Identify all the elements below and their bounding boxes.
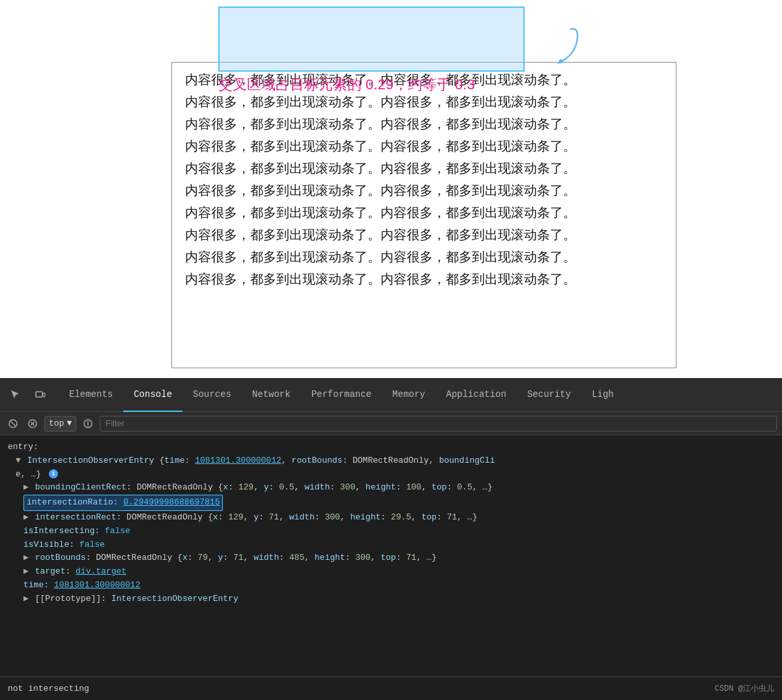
intersection-ratio-highlighted: intersectionRatio: 0.29499998688697815 (23, 495, 223, 511)
inspect-element-icon[interactable] (5, 385, 26, 405)
expand-icon[interactable]: ▶ (23, 482, 29, 492)
scrollable-content[interactable]: 内容很多，都多到出现滚动条了。内容很多，都多到出现滚动条了。 内容很多，都多到出… (172, 63, 676, 368)
dropdown-arrow-icon: ▼ (66, 418, 72, 428)
is-visible-line: isVisible: false (8, 538, 774, 552)
info-icon[interactable]: i (49, 469, 58, 478)
tab-lighthouse[interactable]: Ligh (581, 378, 624, 412)
scroll-line: 内容很多，都多到出现滚动条了。内容很多，都多到出现滚动条了。 (185, 224, 663, 245)
csdn-watermark: CSDN @江小虫儿 (715, 683, 774, 694)
main-content-box[interactable]: 内容很多，都多到出现滚动条了。内容很多，都多到出现滚动条了。 内容很多，都多到出… (171, 62, 676, 368)
clear-console-icon[interactable] (5, 416, 21, 431)
entry-label: entry: (8, 441, 774, 454)
arrow-annotation (531, 20, 583, 74)
not-intersecting-text: not intersecting (8, 684, 89, 693)
blue-floating-box (218, 7, 525, 72)
tab-memory[interactable]: Memory (382, 378, 435, 412)
intersection-rect-line: ▶ intersectionRect: DOMRectReadOnly {x: … (8, 511, 774, 525)
expand-icon[interactable]: ▶ (23, 566, 29, 576)
scroll-line: 内容很多，都多到出现滚动条了。内容很多，都多到出现滚动条了。 (185, 158, 663, 179)
scroll-line: 内容很多，都多到出现滚动条了。内容很多，都多到出现滚动条了。 (185, 113, 663, 134)
pink-label: 交叉区域占目标元素的 0.29，约等于 0.3 (218, 75, 475, 95)
intersection-observer-entry-line1: ▼ IntersectionObserverEntry {time: 10813… (8, 454, 774, 468)
browser-content: 交叉区域占目标元素的 0.29，约等于 0.3 内容很多，都多到出现滚动条了。内… (0, 0, 782, 378)
svg-line-3 (10, 421, 16, 426)
scroll-line: 内容很多，都多到出现滚动条了。内容很多，都多到出现滚动条了。 (185, 180, 663, 201)
console-filter-input[interactable] (100, 416, 777, 431)
device-toolbar-icon[interactable] (30, 385, 51, 405)
tab-elements[interactable]: Elements (59, 378, 123, 412)
scroll-line: 内容很多，都多到出现滚动条了。内容很多，都多到出现滚动条了。 (185, 246, 663, 267)
console-toolbar: top ▼ (0, 412, 782, 435)
scroll-line: 内容很多，都多到出现滚动条了。内容很多，都多到出现滚动条了。 (185, 202, 663, 223)
target-line: ▶ target: div.target (8, 565, 774, 579)
root-bounds-line: ▶ rootBounds: DOMRectReadOnly {x: 79, y:… (8, 551, 774, 565)
prototype-line: ▶ [[Prototype]]: IntersectionObserverEnt… (8, 592, 774, 606)
expand-icon[interactable]: ▶ (23, 512, 29, 522)
devtools-tab-bar: Elements Console Sources Network Perform… (0, 378, 782, 412)
console-output[interactable]: entry: ▼ IntersectionObserverEntry {time… (0, 435, 782, 677)
svg-rect-0 (36, 392, 42, 397)
expand-icon[interactable]: ▼ (16, 456, 21, 465)
is-intersecting-line: isIntersecting: false (8, 525, 774, 538)
expand-icon[interactable]: ▶ (23, 553, 29, 562)
scroll-line: 内容很多，都多到出现滚动条了。内容很多，都多到出现滚动条了。 (185, 136, 663, 156)
svg-rect-1 (43, 393, 45, 397)
tab-performance[interactable]: Performance (301, 378, 382, 412)
devtools-panel: Elements Console Sources Network Perform… (0, 378, 782, 700)
stop-icon[interactable] (25, 416, 40, 431)
intersection-ratio-line: intersectionRatio: 0.29499998688697815 (8, 495, 774, 511)
expand-icon[interactable]: ▶ (23, 594, 29, 604)
tab-console[interactable]: Console (123, 378, 182, 412)
time-line: time: 1081301.300000012 (8, 579, 774, 592)
context-selector[interactable]: top ▼ (44, 416, 76, 431)
tab-security[interactable]: Security (517, 378, 581, 412)
show-console-sidebar-icon[interactable] (80, 416, 96, 431)
tab-sources[interactable]: Sources (182, 378, 242, 412)
bounding-client-rect-line: ▶ boundingClientRect: DOMRectReadOnly {x… (8, 481, 774, 495)
devtools-left-icons (5, 385, 53, 405)
tab-application[interactable]: Application (436, 378, 517, 412)
console-bottom-bar: not intersecting CSDN @江小虫儿 (0, 677, 782, 700)
intersection-observer-entry-line2: e, …} i (8, 468, 774, 482)
tab-network[interactable]: Network (242, 378, 301, 412)
scroll-line: 内容很多，都多到出现滚动条了。内容很多，都多到出现滚动条了。 (185, 269, 663, 289)
